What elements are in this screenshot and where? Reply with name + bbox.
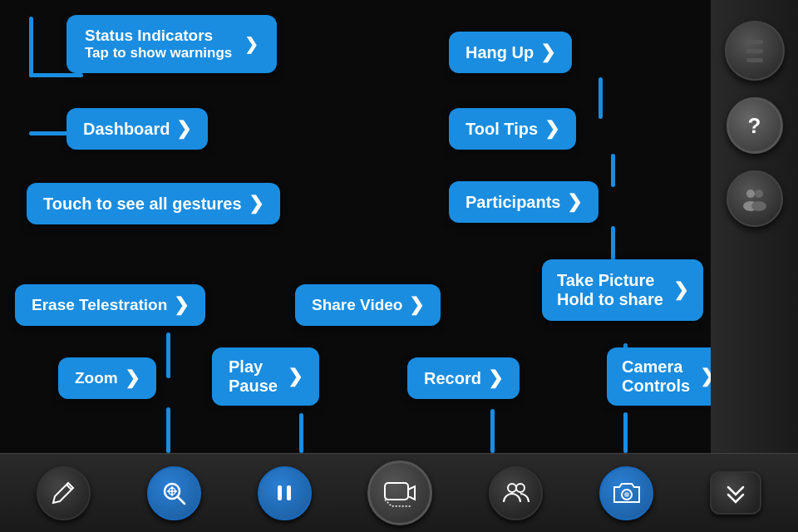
tool-tips-arrow: ❯ <box>544 118 559 140</box>
status-arrow: ❯ <box>244 34 259 54</box>
camera-controls-line1: Camera <box>622 357 690 377</box>
record-tooltip[interactable]: Record ❯ <box>407 357 520 399</box>
record-arrow: ❯ <box>488 367 503 389</box>
right-sidebar: ? <box>711 0 798 453</box>
people-icon <box>740 184 770 214</box>
take-picture-line1: Take Picture <box>557 271 663 290</box>
center-button[interactable] <box>367 461 432 525</box>
play-pause-tooltip[interactable]: Play Pause ❯ <box>212 347 319 406</box>
dashboard-tooltip[interactable]: Dashboard ❯ <box>66 108 208 150</box>
take-picture-tooltip[interactable]: Take Picture Hold to share ❯ <box>542 259 703 321</box>
sidebar-top-button[interactable] <box>725 21 785 81</box>
zoom-label: Zoom <box>75 369 118 387</box>
play-line2: Pause <box>229 377 278 396</box>
share-video-arrow: ❯ <box>409 294 424 316</box>
svg-rect-9 <box>278 485 282 500</box>
erase-tooltip[interactable]: Erase Telestration ❯ <box>15 284 205 326</box>
connector-status <box>29 73 83 77</box>
connector-dashboard <box>29 131 75 135</box>
erase-arrow: ❯ <box>174 294 189 316</box>
share-video-tooltip[interactable]: Share Video ❯ <box>295 284 441 326</box>
question-mark: ? <box>748 113 761 139</box>
svg-point-13 <box>516 484 525 492</box>
share-video-label: Share Video <box>312 296 402 314</box>
camera-controls-line2: Controls <box>622 377 690 396</box>
connector-tooltips <box>611 154 615 187</box>
tool-tips-label: Tool Tips <box>466 120 538 139</box>
svg-point-15 <box>624 492 629 497</box>
bottom-toolbar <box>0 453 798 532</box>
status-line1: Status Indicators <box>85 27 232 45</box>
people-icon <box>502 479 530 507</box>
chevron-button[interactable] <box>710 471 761 515</box>
participants-arrow: ❯ <box>567 191 582 213</box>
gestures-tooltip[interactable]: Touch to see all gestures ❯ <box>27 183 280 224</box>
svg-point-3 <box>751 201 766 211</box>
people-button[interactable] <box>489 466 543 520</box>
gestures-arrow: ❯ <box>249 193 264 214</box>
take-picture-line2: Hold to share <box>557 290 663 309</box>
camera-icon <box>613 479 641 507</box>
play-line1: Play <box>229 357 278 377</box>
status-indicators-tooltip[interactable]: Status Indicators Tap to show warnings ❯ <box>66 15 277 73</box>
connector-status-v <box>29 17 33 77</box>
status-line2: Tap to show warnings <box>85 45 232 62</box>
svg-point-12 <box>508 484 516 492</box>
connector-erase <box>166 332 170 378</box>
zoom-tooltip[interactable]: Zoom ❯ <box>58 357 156 399</box>
dashboard-label: Dashboard <box>83 120 170 139</box>
zoom-arrow: ❯ <box>125 367 140 389</box>
take-picture-arrow: ❯ <box>673 279 688 301</box>
tool-tips-tooltip[interactable]: Tool Tips ❯ <box>449 108 576 150</box>
svg-point-1 <box>755 190 763 198</box>
pencil-button[interactable] <box>37 466 91 520</box>
participants-label: Participants <box>466 193 560 212</box>
play-pause-arrow: ❯ <box>288 366 303 387</box>
zoom-icon <box>160 479 188 507</box>
gestures-label: Touch to see all gestures <box>43 195 242 214</box>
svg-line-6 <box>178 497 185 504</box>
pencil-icon <box>50 480 76 506</box>
connector-record <box>490 409 495 453</box>
chat-video-icon <box>382 475 418 511</box>
connector-camera-controls <box>623 412 628 453</box>
connector-hangup <box>598 77 603 119</box>
chevron-down-icon <box>723 480 748 505</box>
hang-up-tooltip[interactable]: Hang Up ❯ <box>449 32 572 73</box>
hang-up-label: Hang Up <box>466 43 534 62</box>
erase-label: Erase Telestration <box>32 296 167 314</box>
svg-rect-10 <box>287 485 291 500</box>
connector-play-pause <box>299 413 303 453</box>
pause-icon <box>272 480 297 505</box>
svg-rect-11 <box>385 483 408 500</box>
zoom-button[interactable] <box>147 466 201 520</box>
pause-button[interactable] <box>258 466 312 520</box>
hang-up-arrow: ❯ <box>540 42 555 63</box>
svg-point-0 <box>746 190 755 198</box>
participants-tooltip[interactable]: Participants ❯ <box>449 181 598 223</box>
camera-button[interactable] <box>599 466 653 520</box>
record-label: Record <box>424 369 481 388</box>
sidebar-question-button[interactable]: ? <box>727 97 783 154</box>
connector-zoom <box>166 407 170 453</box>
dashboard-arrow: ❯ <box>176 118 191 140</box>
sidebar-people-button[interactable] <box>727 170 783 227</box>
